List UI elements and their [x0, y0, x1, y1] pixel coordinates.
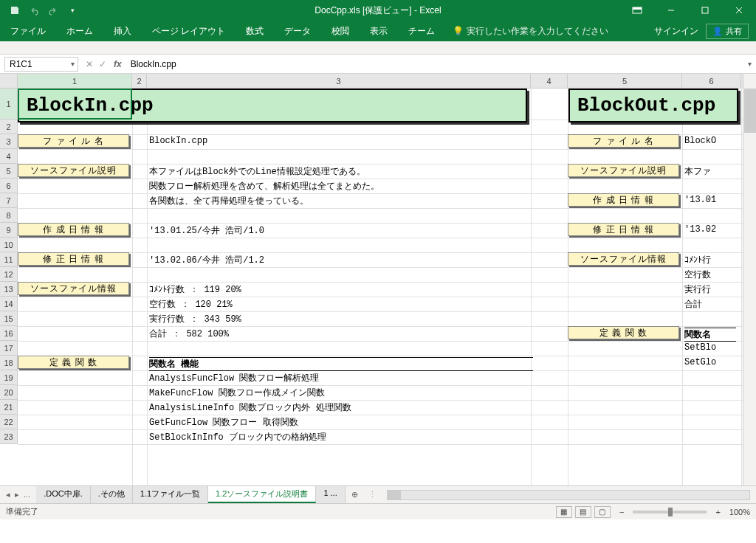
row-header[interactable]: 8 — [0, 208, 18, 223]
row-header[interactable]: 4 — [0, 149, 18, 164]
section-label[interactable]: ソースファイル情報 — [568, 252, 679, 266]
tell-me-search[interactable]: 💡 実行したい作業を入力してください — [453, 25, 608, 38]
row-header[interactable]: 16 — [0, 326, 18, 341]
spreadsheet-grid[interactable]: 123456 123456789101112131415161718192021… — [0, 74, 756, 485]
section-label[interactable]: フ ァ イ ル 名 — [18, 134, 129, 148]
minimize-button[interactable] — [654, 0, 688, 21]
document-title-cell[interactable]: BlockIn.cpp — [18, 89, 527, 122]
view-page-break-button[interactable]: ▢ — [594, 506, 611, 518]
tab-team[interactable]: チーム — [398, 21, 445, 41]
row-header[interactable]: 6 — [0, 179, 18, 193]
cell[interactable]: SetGlo — [684, 357, 716, 367]
cell[interactable]: 空行数 ： 120 21% — [149, 298, 233, 311]
cells-area[interactable]: BlockIn.cppBlockOut.cppフ ァ イ ル 名ソースファイル説… — [18, 89, 743, 485]
row-header[interactable]: 17 — [0, 341, 18, 356]
sheet-tab[interactable]: 1 ... — [316, 486, 345, 503]
tab-formulas[interactable]: 数式 — [236, 21, 274, 41]
cell[interactable]: 各関数は、全て再帰処理を使っている。 — [149, 195, 309, 207]
row-header[interactable]: 7 — [0, 193, 18, 208]
cell[interactable]: MakeFuncFlow 関数フロー作成メイン関数 — [149, 387, 325, 399]
col-header[interactable]: 4 — [531, 74, 568, 89]
vertical-scrollbar-thumb[interactable] — [744, 89, 756, 133]
zoom-out-button[interactable]: − — [619, 508, 624, 516]
row-header[interactable]: 1 — [0, 89, 18, 120]
sheet-tab[interactable]: 1.1ファイル一覧 — [133, 486, 208, 503]
horizontal-scrollbar-thumb[interactable] — [388, 491, 401, 499]
ribbon-display-button[interactable] — [620, 0, 654, 21]
tab-home[interactable]: ホーム — [56, 21, 103, 41]
nav-first-icon[interactable]: ◂ — [6, 490, 10, 499]
section-label[interactable]: ソースファイル説明 — [18, 164, 129, 177]
section-label[interactable]: 作 成 日 情 報 — [18, 223, 129, 236]
section-label[interactable]: ソースファイル説明 — [568, 164, 679, 177]
close-button[interactable] — [722, 0, 756, 21]
section-label[interactable]: 定 義 関 数 — [568, 326, 679, 339]
formula-input[interactable] — [128, 59, 743, 69]
cell[interactable]: GetFuncFlow 関数フロー 取得関数 — [149, 416, 298, 429]
row-header[interactable]: 14 — [0, 297, 18, 311]
select-all-corner[interactable] — [0, 74, 18, 89]
view-page-layout-button[interactable]: ▤ — [575, 506, 591, 518]
cell[interactable]: BlockIn.cpp — [149, 136, 207, 146]
row-header[interactable]: 5 — [0, 164, 18, 179]
chevron-down-icon[interactable]: ▾ — [71, 60, 78, 68]
zoom-slider[interactable] — [633, 511, 707, 513]
section-label[interactable]: ソースファイル情報 — [18, 282, 129, 295]
row-header[interactable]: 18 — [0, 356, 18, 370]
view-normal-button[interactable]: ▦ — [556, 506, 572, 518]
enter-icon[interactable]: ✓ — [99, 59, 106, 69]
cell[interactable]: '13.02 — [684, 224, 716, 235]
save-button[interactable] — [6, 2, 24, 18]
zoom-in-button[interactable]: + — [715, 508, 720, 516]
share-button[interactable]: 👤 共有 — [706, 24, 749, 39]
nav-next-icon[interactable]: ▸ — [15, 490, 19, 499]
tab-data[interactable]: データ — [274, 21, 321, 41]
row-header[interactable]: 3 — [0, 134, 18, 149]
sheet-tab[interactable]: .DOC中扉. — [36, 486, 91, 503]
cell[interactable]: 実行行数 ： 343 59% — [149, 313, 241, 325]
add-sheet-button[interactable]: ⊕ — [346, 490, 364, 499]
redo-button[interactable] — [44, 2, 62, 18]
row-header[interactable]: 15 — [0, 311, 18, 326]
cell[interactable]: 本ファ — [684, 165, 711, 178]
row-header[interactable]: 22 — [0, 415, 18, 429]
cell[interactable]: AnalysisFuncFlow 関数フロー解析処理 — [149, 372, 319, 384]
cell[interactable]: '13.02.06/今井 浩司/1.2 — [149, 254, 264, 266]
cell[interactable]: 合計 — [684, 298, 702, 311]
cell[interactable]: AnalysisLineInfo 関数ブロック内外 処理関数 — [149, 401, 351, 414]
row-header[interactable]: 13 — [0, 282, 18, 297]
section-label[interactable]: 作 成 日 情 報 — [568, 193, 679, 207]
maximize-button[interactable] — [688, 0, 722, 21]
cell[interactable]: SetBlo — [684, 342, 716, 353]
cell[interactable]: '13.01 — [684, 195, 716, 205]
section-label[interactable]: 修 正 日 情 報 — [18, 252, 129, 266]
horizontal-scrollbar[interactable] — [387, 490, 750, 500]
row-header[interactable]: 9 — [0, 223, 18, 238]
row-header[interactable]: 19 — [0, 370, 18, 385]
row-header[interactable]: 10 — [0, 238, 18, 252]
row-header[interactable]: 2 — [0, 120, 18, 134]
col-header[interactable]: 1 — [18, 74, 132, 89]
nav-dots[interactable]: ... — [24, 490, 30, 499]
col-header[interactable]: 2 — [132, 74, 147, 89]
col-header[interactable]: 6 — [682, 74, 741, 89]
row-header[interactable]: 21 — [0, 400, 18, 415]
row-header[interactable]: 23 — [0, 429, 18, 444]
row-header[interactable]: 11 — [0, 252, 18, 267]
cell[interactable]: '13.01.25/今井 浩司/1.0 — [149, 224, 264, 237]
row-header[interactable]: 12 — [0, 267, 18, 282]
cell[interactable]: 実行行 — [684, 283, 711, 296]
fx-icon[interactable]: fx — [114, 59, 122, 69]
cell[interactable]: 合計 ： 582 100% — [149, 328, 229, 340]
section-label[interactable]: 修 正 日 情 報 — [568, 223, 679, 236]
section-label[interactable]: 定 義 関 数 — [18, 356, 129, 369]
cell[interactable]: 本ファイルはBlock外でのLine情報設定処理である。 — [149, 165, 365, 178]
name-box[interactable]: R1C1 ▾ — [4, 57, 78, 72]
cell[interactable]: SetBlockInInfo ブロック内での格納処理 — [149, 431, 326, 443]
cell[interactable]: 空行数 — [684, 269, 711, 281]
tab-view[interactable]: 表示 — [360, 21, 398, 41]
sheet-tab[interactable]: 1.2ソースファイル説明書 — [208, 486, 316, 503]
row-header[interactable]: 20 — [0, 385, 18, 400]
cell[interactable]: 関数フロー解析処理を含めて、解析処理は全てまとめた。 — [149, 180, 379, 193]
section-label[interactable]: フ ァ イ ル 名 — [568, 134, 679, 148]
